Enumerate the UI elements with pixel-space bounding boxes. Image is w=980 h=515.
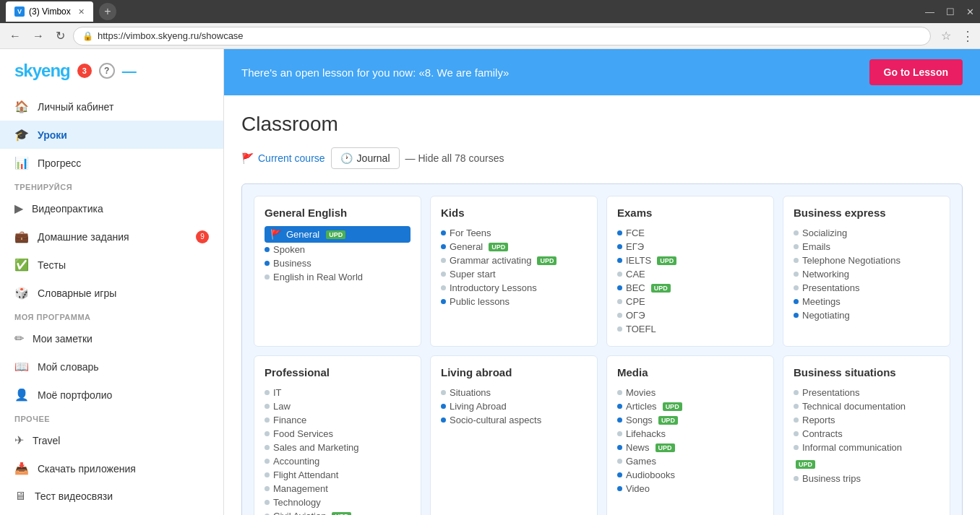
upd-badge: UPD [658, 416, 678, 425]
course-item-contracts[interactable]: Contracts [794, 427, 940, 441]
course-item-ege[interactable]: ЕГЭ [617, 240, 763, 254]
course-item-cae[interactable]: CAE [617, 267, 763, 281]
sidebar-item-notes[interactable]: ✏ Мои заметки [0, 324, 223, 352]
help-icon[interactable]: ? [99, 63, 115, 79]
dot-icon [617, 390, 622, 395]
course-item-technical-docs[interactable]: Technical documentation [794, 399, 940, 413]
dot-icon [794, 313, 799, 318]
sidebar-item-label: Тесты [38, 259, 66, 271]
sidebar-item-progress[interactable]: 📊 Прогресс [0, 149, 223, 177]
course-item-business[interactable]: Business [265, 256, 411, 270]
course-item-fce[interactable]: FCE [617, 226, 763, 240]
video-icon: ▶ [14, 202, 23, 215]
course-item-emails[interactable]: Emails [794, 240, 940, 254]
course-item-networking[interactable]: Networking [794, 267, 940, 281]
course-item-news[interactable]: NewsUPD [617, 441, 763, 454]
course-item-civil-aviation[interactable]: Civil AviationUPD [265, 509, 411, 515]
course-item-telephone[interactable]: Telephone Negotiations [794, 254, 940, 267]
sidebar-item-tests[interactable]: ✅ Тесты [0, 251, 223, 279]
course-item-presentations-bs[interactable]: Presentations [794, 386, 940, 399]
course-item-living-abroad[interactable]: Living Abroad [441, 399, 587, 413]
hide-courses-button[interactable]: — Hide all 78 courses [405, 152, 504, 164]
sidebar-nav: 🏠 Личный кабинет 🎓 Уроки 📊 Прогресс ТРЕН… [0, 92, 223, 510]
course-item-spoken[interactable]: Spoken [265, 243, 411, 256]
current-course-button[interactable]: 🚩 Current course [241, 150, 325, 167]
bookmark-icon[interactable]: ☆ [935, 29, 957, 43]
course-item-articles[interactable]: ArticlesUPD [617, 399, 763, 413]
course-item-business-trips[interactable]: Business trips [794, 472, 940, 485]
sidebar-item-portfolio[interactable]: 👤 Моё портфолио [0, 381, 223, 409]
course-item-informal-comm[interactable]: Informal communication [794, 441, 940, 454]
refresh-button[interactable]: ↻ [52, 27, 69, 44]
menu-icon[interactable]: ⋮ [961, 28, 974, 44]
sidebar-item-videopraktika[interactable]: ▶ Видеопрактика [0, 194, 223, 222]
course-item-for-teens[interactable]: For Teens [441, 226, 587, 240]
course-item-food-services[interactable]: Food Services [265, 427, 411, 441]
portfolio-icon: 👤 [14, 388, 29, 402]
course-item-socio-cultural[interactable]: Socio-cultural aspects [441, 413, 587, 427]
course-item-audiobooks[interactable]: Audiobooks [617, 468, 763, 482]
course-item-super-start[interactable]: Super start [441, 267, 587, 281]
tab-close-button[interactable]: ✕ [78, 7, 85, 17]
progress-icon: 📊 [14, 156, 29, 170]
course-item-ielts[interactable]: IELTSUPD [617, 254, 763, 267]
browser-tab[interactable]: V (3) Vimbox ✕ [6, 1, 93, 22]
course-item-cpe[interactable]: CPE [617, 295, 763, 308]
new-tab-button[interactable]: + [99, 3, 116, 20]
course-item-management[interactable]: Management [265, 482, 411, 495]
sidebar-item-lessons[interactable]: 🎓 Уроки [0, 121, 223, 149]
forward-button[interactable]: → [29, 28, 48, 44]
dot-icon [441, 404, 446, 409]
course-item-general-active[interactable]: 🚩 General UPD [265, 226, 411, 243]
course-item-meetings-bx[interactable]: Meetings [794, 295, 940, 308]
course-item-law[interactable]: Law [265, 399, 411, 413]
course-item-grammar-activating[interactable]: Grammar activating UPD [441, 254, 587, 267]
course-item-introductory[interactable]: Introductory Lessons [441, 281, 587, 295]
course-item-presentations-bx[interactable]: Presentations [794, 281, 940, 295]
sidebar-item-word-games[interactable]: 🎲 Словарные игры [0, 279, 223, 307]
course-card-general-english: General English 🚩 General UPD Spoken Bus… [254, 196, 421, 347]
sidebar-item-dictionary[interactable]: 📖 Мой словарь [0, 352, 223, 381]
course-item-situations[interactable]: Situations [441, 386, 587, 399]
course-item-accounting[interactable]: Accounting [265, 454, 411, 468]
sidebar-item-travel[interactable]: ✈ Travel [0, 426, 223, 454]
course-item-label: English in Real World [273, 272, 363, 282]
dot-icon [265, 247, 270, 252]
course-item-public-lessons[interactable]: Public lessons [441, 295, 587, 308]
notification-badge[interactable]: 3 [77, 64, 92, 78]
dot-icon [617, 431, 622, 436]
course-item-sales-marketing[interactable]: Sales and Marketing [265, 441, 411, 454]
course-item-movies[interactable]: Movies [617, 386, 763, 399]
minimize-button[interactable]: — [925, 7, 934, 17]
course-item-oge[interactable]: ОГЭ [617, 308, 763, 322]
maximize-button[interactable]: ☐ [946, 7, 955, 17]
close-window-button[interactable]: ✕ [966, 7, 974, 17]
course-item-toefl[interactable]: TOEFL [617, 322, 763, 336]
journal-button[interactable]: 🕐 Journal [331, 147, 400, 169]
course-item-technology[interactable]: Technology [265, 495, 411, 509]
minus-icon[interactable]: — [122, 63, 137, 79]
address-bar[interactable]: 🔒 https://vimbox.skyeng.ru/showcase [73, 27, 931, 46]
course-item-it[interactable]: IT [265, 386, 411, 399]
course-item-lifehacks[interactable]: Lifehacks [617, 427, 763, 441]
back-button[interactable]: ← [6, 28, 25, 44]
sidebar-item-video-test[interactable]: 🖥 Тест видеосвязи [0, 482, 223, 510]
page-body: Classroom 🚩 Current course 🕐 Journal — H… [224, 95, 980, 515]
course-item-english-real-world[interactable]: English in Real World [265, 270, 411, 284]
go-to-lesson-button[interactable]: Go to Lesson [869, 59, 963, 85]
sidebar-item-cabinet[interactable]: 🏠 Личный кабинет [0, 92, 223, 121]
course-item-bec[interactable]: BECUPD [617, 281, 763, 295]
sidebar-item-homework[interactable]: 💼 Домашние задания 9 [0, 222, 223, 251]
course-item-songs[interactable]: SongsUPD [617, 413, 763, 427]
sidebar-item-download-apps[interactable]: 📥 Скачать приложения [0, 454, 223, 482]
course-item-finance[interactable]: Finance [265, 413, 411, 427]
course-item-video[interactable]: Video [617, 482, 763, 495]
course-item-socializing[interactable]: Socializing [794, 226, 940, 240]
sidebar-logo: skyeng 3 ? — [0, 49, 223, 92]
dot-icon [794, 272, 799, 277]
course-item-negotiating[interactable]: Negotiating [794, 308, 940, 322]
course-item-general-kids[interactable]: General UPD [441, 240, 587, 254]
course-item-flight-attendant[interactable]: Flight Attendant [265, 468, 411, 482]
course-item-games[interactable]: Games [617, 454, 763, 468]
course-item-reports[interactable]: Reports [794, 413, 940, 427]
